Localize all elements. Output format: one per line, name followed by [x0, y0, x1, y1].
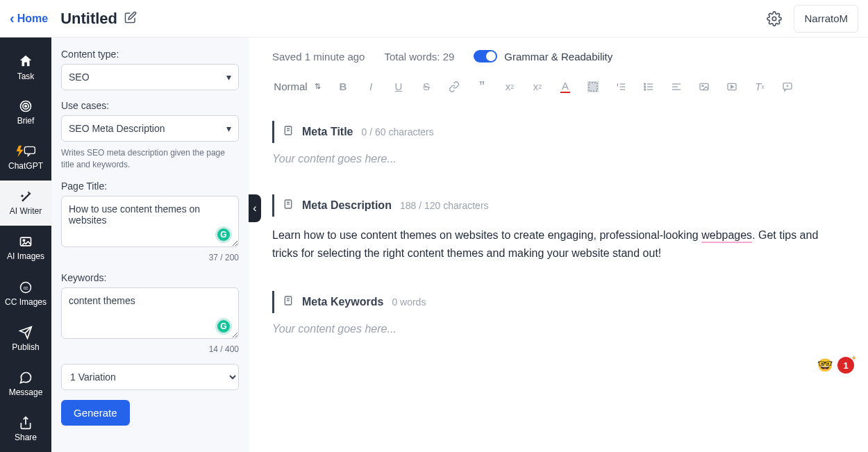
page-title-input[interactable]: How to use content themes on websites: [61, 196, 239, 247]
home-link[interactable]: ‹ Home: [10, 10, 48, 26]
grammarly-icon[interactable]: G: [215, 226, 232, 243]
content-type-value: SEO: [69, 72, 90, 83]
message-icon: [19, 371, 33, 385]
subscript-button[interactable]: x2: [503, 81, 517, 92]
svg-point-25: [702, 85, 703, 86]
rail-label: Message: [9, 387, 43, 397]
settings-button[interactable]: [762, 6, 787, 31]
rail-ai-images[interactable]: AI Images: [0, 226, 51, 271]
config-panel: Content type: SEO ▾ Use cases: SEO Meta …: [51, 37, 249, 452]
strike-button[interactable]: S: [419, 81, 433, 92]
magic-wand-icon: [19, 190, 33, 203]
nerd-emoji-icon[interactable]: 🤓: [817, 357, 833, 374]
rail-task[interactable]: Task: [0, 44, 51, 90]
meta-description-field[interactable]: Learn how to use content themes on websi…: [272, 226, 844, 262]
keywords-counter: 14 / 400: [61, 344, 239, 354]
cc-icon: cc: [19, 281, 33, 294]
chevron-left-icon: ‹: [253, 202, 256, 215]
block-meta: 0 / 60 characters: [362, 126, 434, 137]
rail-label: AI Writer: [10, 206, 42, 216]
superscript-button[interactable]: x2: [531, 81, 544, 92]
chat-bolt-icon: [14, 144, 37, 158]
meta-title-block: Meta Title 0 / 60 characters Your conten…: [272, 121, 844, 165]
ordered-list-button[interactable]: [614, 81, 628, 92]
chevron-down-icon: ▾: [226, 123, 231, 134]
updown-icon: ⇅: [315, 82, 321, 91]
italic-button[interactable]: I: [364, 81, 378, 92]
block-meta: 188 / 120 characters: [400, 200, 489, 211]
svg-rect-4: [24, 147, 35, 153]
svg-marker-27: [731, 85, 733, 88]
rail-message[interactable]: Message: [0, 362, 51, 407]
svg-point-19: [644, 86, 646, 87]
meta-keywords-field[interactable]: Your content goes here...: [272, 323, 844, 335]
desc-text-err: webpages: [701, 229, 752, 243]
profile-label: NarratoM: [804, 12, 848, 24]
word-count: Total words: 29: [384, 51, 454, 62]
keywords-label: Keywords:: [61, 272, 239, 283]
rail-label: Brief: [17, 116, 35, 126]
text-color-button[interactable]: A: [558, 80, 572, 93]
send-icon: [19, 326, 33, 340]
doc-icon: [283, 199, 294, 212]
home-text: Home: [17, 12, 48, 25]
rail-label: Publish: [12, 342, 39, 352]
meta-description-block: Meta Description 188 / 120 characters Le…: [272, 194, 844, 262]
rail-cc-images[interactable]: cc CC Images: [0, 271, 51, 316]
align-button[interactable]: [669, 81, 683, 92]
rail-ai-writer[interactable]: AI Writer: [0, 181, 51, 226]
editor-area: Saved 1 minute ago Total words: 29 Gramm…: [249, 37, 868, 452]
grammar-toggle[interactable]: [474, 50, 497, 62]
block-title: Meta Title: [302, 126, 353, 138]
underline-button[interactable]: U: [392, 81, 406, 92]
page-title-label: Page Title:: [61, 181, 239, 192]
share-icon: [19, 416, 33, 430]
content-type-select[interactable]: SEO ▾: [61, 64, 239, 90]
format-value: Normal: [274, 81, 307, 92]
editor-toolbar: Normal ⇅ B I U S ” x2 x2 A Tx: [272, 75, 844, 106]
use-cases-value: SEO Meta Description: [69, 123, 165, 134]
svg-text:cc: cc: [24, 285, 28, 290]
meta-title-field[interactable]: Your content goes here...: [272, 153, 844, 165]
use-cases-help: Writes SEO meta description given the pa…: [61, 147, 239, 171]
grammarly-icon[interactable]: G: [215, 318, 232, 335]
highlight-button[interactable]: [586, 81, 600, 92]
video-button[interactable]: [725, 81, 739, 92]
collapse-panel-button[interactable]: ‹: [249, 194, 261, 222]
doc-icon: [283, 125, 294, 139]
rail-label: CC Images: [5, 297, 47, 307]
rail-publish[interactable]: Publish: [0, 316, 51, 361]
svg-point-18: [644, 83, 646, 85]
quote-button[interactable]: ”: [475, 79, 489, 94]
edit-title-icon[interactable]: [124, 10, 137, 28]
content-type-label: Content type:: [61, 49, 239, 60]
rail-share[interactable]: Share: [0, 407, 51, 452]
image-button[interactable]: [697, 81, 711, 92]
block-title: Meta Keywords: [302, 296, 383, 308]
doc-icon: [283, 295, 294, 309]
home-icon: [18, 53, 33, 69]
block-title: Meta Description: [302, 199, 392, 212]
format-select[interactable]: Normal ⇅: [272, 81, 322, 92]
link-button[interactable]: [447, 81, 461, 92]
generate-button[interactable]: Generate: [61, 400, 130, 426]
notification-badge[interactable]: 1: [837, 357, 854, 374]
profile-dropdown[interactable]: NarratoM: [794, 5, 858, 33]
reaction-bubble: 🤓 1: [817, 357, 854, 374]
bold-button[interactable]: B: [336, 81, 350, 92]
unordered-list-button[interactable]: [642, 81, 656, 92]
target-icon: [19, 99, 33, 113]
svg-point-0: [773, 17, 777, 21]
comment-button[interactable]: [781, 81, 794, 92]
keywords-input[interactable]: content themes: [61, 287, 239, 339]
desc-text-pre: Learn how to use content themes on websi…: [272, 229, 701, 241]
svg-point-3: [25, 106, 27, 108]
rail-label: Share: [15, 433, 37, 442]
use-cases-select[interactable]: SEO Meta Description ▾: [61, 115, 239, 142]
saved-status: Saved 1 minute ago: [272, 51, 365, 62]
rail-chatgpt[interactable]: ChatGPT: [0, 135, 51, 180]
variation-select[interactable]: 1 Variation: [61, 364, 239, 390]
use-cases-label: Use cases:: [61, 100, 239, 111]
clear-format-button[interactable]: Tx: [753, 81, 767, 92]
rail-brief[interactable]: Brief: [0, 90, 51, 135]
